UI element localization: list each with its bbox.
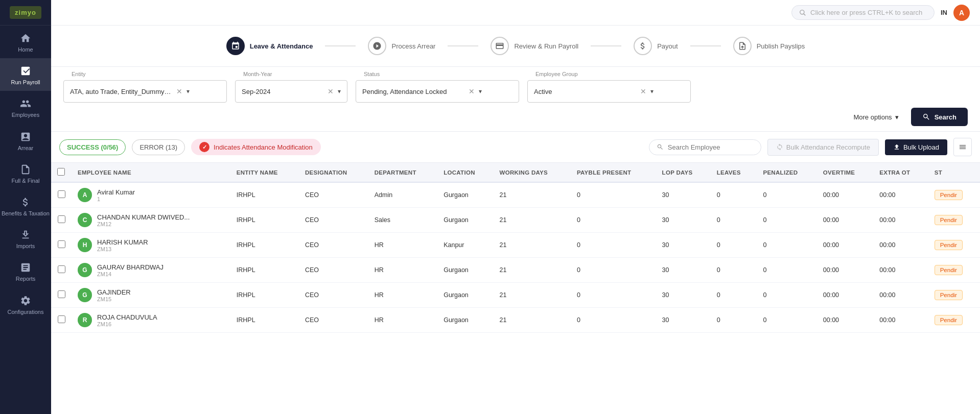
sidebar-item-configurations[interactable]: Configurations <box>0 288 51 321</box>
sidebar-item-label: Full & Final <box>11 178 39 184</box>
employee-group-clear-btn[interactable]: ✕ <box>640 87 646 95</box>
error-label: ERROR (13) <box>139 143 177 151</box>
entity-control[interactable]: ATA, auto Trade, Entity_Dummy ME, F... ✕… <box>63 80 227 103</box>
user-avatar[interactable]: A <box>953 5 970 21</box>
row-employee-name: R ROJA CHADUVULA ZM16 <box>72 308 230 333</box>
workflow-step-label: Review & Run Payroll <box>514 42 578 50</box>
row-entity: IRHPL <box>230 233 299 258</box>
row-working-days: 21 <box>494 258 571 283</box>
sidebar-item-label: Arrear <box>18 145 34 152</box>
status-control[interactable]: Pending, Attendance Locked ✕ ▾ <box>356 80 519 103</box>
employee-name: CHANDAN KUMAR DWIVED... <box>97 213 190 221</box>
month-year-control[interactable]: Sep-2024 ✕ ▾ <box>235 80 347 103</box>
row-working-days: 21 <box>494 283 571 308</box>
row-checkbox[interactable] <box>58 315 65 323</box>
bulk-attendance-recompute-button[interactable]: Bulk Attendance Recompute <box>767 139 879 156</box>
col-payable-present: PAYBLE PRESENT <box>571 163 656 182</box>
entity-clear-btn[interactable]: ✕ <box>176 87 182 95</box>
employee-avatar: H <box>78 238 92 252</box>
search-employee-icon <box>657 143 664 151</box>
table-header: EMPLOYEE NAME ENTITY NAME DESIGNATION DE… <box>51 163 980 182</box>
row-checkbox[interactable] <box>58 265 65 273</box>
row-department: Sales <box>368 208 437 233</box>
sidebar-item-label: Reports <box>16 276 36 282</box>
table-area: SUCCESS (0/56) ERROR (13) ✓ Indicates At… <box>51 132 980 414</box>
month-year-clear-btn[interactable]: ✕ <box>328 87 334 95</box>
select-all-checkbox[interactable] <box>57 168 65 176</box>
search-btn-icon <box>922 113 930 121</box>
workflow-step-leave-attendance[interactable]: Leave & Attendance <box>214 33 325 59</box>
success-status-button[interactable]: SUCCESS (0/56) <box>59 139 126 155</box>
table-settings-button[interactable] <box>953 138 972 156</box>
sidebar-item-run-payroll[interactable]: Run Payroll <box>0 58 51 91</box>
row-leaves: 0 <box>711 182 757 208</box>
workflow-step-process-arrear[interactable]: Process Arrear <box>356 33 448 59</box>
row-checkbox-cell[interactable] <box>51 308 72 333</box>
workflow-step-review-run-payroll[interactable]: Review & Run Payroll <box>478 33 591 59</box>
employee-id: ZM14 <box>97 271 164 277</box>
sidebar-item-benefits-taxation[interactable]: Benefits & Taxation <box>0 189 51 222</box>
payroll-icon <box>20 65 31 77</box>
error-status-button[interactable]: ERROR (13) <box>132 139 185 155</box>
col-department: DEPARTMENT <box>368 163 437 182</box>
row-department: HR <box>368 283 437 308</box>
row-penalized: 0 <box>757 208 816 233</box>
row-payable-present: 0 <box>571 258 656 283</box>
row-checkbox[interactable] <box>58 190 65 198</box>
entity-dropdown-arrow[interactable]: ▾ <box>186 88 190 95</box>
leave-attendance-icon <box>226 37 245 55</box>
workflow-step-payout[interactable]: Payout <box>621 33 690 59</box>
sidebar-item-reports[interactable]: Reports <box>0 255 51 287</box>
home-icon <box>20 33 31 44</box>
row-department: HR <box>368 233 437 258</box>
employee-group-dropdown-arrow[interactable]: ▾ <box>650 88 654 95</box>
global-search[interactable]: Click here or press CTRL+K to search <box>791 5 935 20</box>
workflow-sep-1 <box>325 45 356 46</box>
row-status: Pendir <box>928 283 980 308</box>
status-dropdown-arrow[interactable]: ▾ <box>479 88 482 95</box>
row-department: HR <box>368 308 437 333</box>
search-button[interactable]: Search <box>911 108 968 126</box>
bulk-upload-button[interactable]: Bulk Upload <box>885 139 947 155</box>
row-checkbox[interactable] <box>58 240 65 248</box>
filters-actions: More options ▾ Search <box>63 108 968 126</box>
status-badge: Pendir <box>935 240 963 250</box>
chevron-down-icon: ▾ <box>895 113 899 121</box>
benefits-icon <box>20 197 31 208</box>
sidebar-item-final[interactable]: Full & Final <box>0 157 51 189</box>
sidebar-item-label: Run Payroll <box>11 79 40 86</box>
row-checkbox[interactable] <box>58 290 65 298</box>
row-overtime: 00:00 <box>817 233 873 258</box>
recompute-icon <box>776 143 783 151</box>
row-checkbox-cell[interactable] <box>51 283 72 308</box>
col-lop-days: LOP DAYS <box>656 163 711 182</box>
user-initials: IN <box>941 9 947 16</box>
row-checkbox-cell[interactable] <box>51 208 72 233</box>
status-clear-btn[interactable]: ✕ <box>469 87 475 95</box>
logo: zimyo <box>0 0 51 26</box>
row-checkbox-cell[interactable] <box>51 233 72 258</box>
row-location: Gurgaon <box>437 283 493 308</box>
row-checkbox-cell[interactable] <box>51 258 72 283</box>
sidebar-item-label: Home <box>18 46 33 53</box>
sidebar-item-home[interactable]: Home <box>0 26 51 58</box>
employee-group-value: Active <box>534 88 636 95</box>
sidebar-item-employees[interactable]: Employees <box>0 91 51 124</box>
more-options-button[interactable]: More options ▾ <box>847 109 904 125</box>
search-employee-input[interactable] <box>668 143 754 151</box>
row-status: Pendir <box>928 233 980 258</box>
col-leaves: LEAVES <box>711 163 757 182</box>
month-year-dropdown-arrow[interactable]: ▾ <box>338 88 341 95</box>
workflow-step-publish-payslips[interactable]: Publish Payslips <box>721 33 818 59</box>
row-extra-ot: 00:00 <box>873 233 928 258</box>
employee-name: ROJA CHADUVULA <box>97 313 157 321</box>
sidebar-item-arrear[interactable]: Arrear <box>0 124 51 157</box>
search-employee-field[interactable] <box>649 139 761 155</box>
search-placeholder: Click here or press CTRL+K to search <box>810 9 922 16</box>
row-checkbox[interactable] <box>58 215 65 223</box>
filters-area: Entity ATA, auto Trade, Entity_Dummy ME,… <box>51 67 980 132</box>
select-all-cell[interactable] <box>51 163 72 182</box>
row-checkbox-cell[interactable] <box>51 182 72 208</box>
employee-group-control[interactable]: Active ✕ ▾ <box>527 80 691 103</box>
sidebar-item-imports[interactable]: Imports <box>0 222 51 255</box>
